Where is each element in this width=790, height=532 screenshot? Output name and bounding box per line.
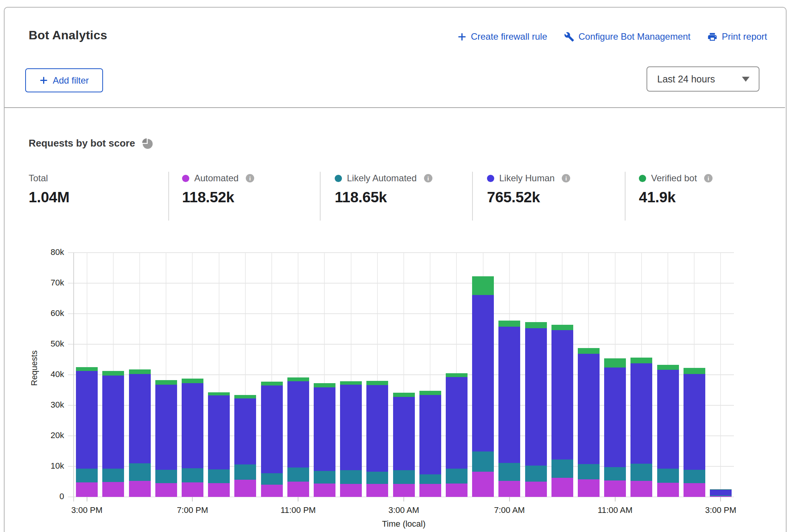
h-gridline <box>68 344 734 345</box>
info-icon[interactable]: i <box>704 174 713 182</box>
section-heading: Requests by bot score <box>29 137 153 149</box>
bar-segment-likely-automated <box>525 466 547 482</box>
info-icon[interactable]: i <box>562 174 570 182</box>
bar-segment-automated <box>366 484 388 497</box>
y-axis-line <box>73 253 74 501</box>
bar-segment-automated <box>102 482 124 497</box>
bar-segment-likely-automated <box>604 467 626 480</box>
x-tick <box>192 497 193 501</box>
y-tick-label: 50k <box>37 339 64 349</box>
bar-segment-likely-human <box>182 383 203 468</box>
bar-segment-automated <box>684 483 705 497</box>
bar-segment-automated <box>155 483 177 497</box>
h-gridline <box>68 252 734 253</box>
bar-segment-automated <box>340 484 362 497</box>
bar-segment-likely-human <box>102 376 124 469</box>
y-tick-label: 40k <box>37 369 64 379</box>
y-tick-label: 0 <box>37 492 64 501</box>
bar-segment-automated <box>314 484 335 497</box>
bar-segment-likely-automated <box>129 463 151 481</box>
stat-value: 1.04M <box>29 189 69 206</box>
stat-label: Total <box>29 173 48 184</box>
time-range-selected: Last 24 hours <box>657 74 715 85</box>
bar-segment-verified-bot <box>261 382 283 385</box>
bar-segment-verified-bot <box>525 322 547 328</box>
stat-divider <box>472 172 473 221</box>
bar-segment-verified-bot <box>657 365 679 370</box>
wrench-icon <box>564 32 574 42</box>
plus-icon <box>457 32 467 42</box>
stat-likely-automated: Likely Automatedi118.65k <box>335 172 432 206</box>
bar-segment-verified-bot <box>604 358 626 368</box>
time-range-select[interactable]: Last 24 hours <box>647 66 759 92</box>
legend-dot <box>487 175 494 182</box>
x-tick <box>87 497 87 501</box>
bar-segment-likely-automated <box>208 469 230 483</box>
bar-segment-likely-human <box>684 374 705 470</box>
h-gridline <box>68 283 734 284</box>
legend-dot <box>335 175 342 182</box>
stat-value: 118.65k <box>335 189 432 206</box>
bar-segment-verified-bot <box>155 380 177 385</box>
bar-segment-verified-bot <box>710 489 732 490</box>
bar-segment-likely-human <box>446 377 468 469</box>
bar-segment-verified-bot <box>102 371 124 375</box>
bar-segment-likely-human <box>393 397 415 470</box>
legend-dot <box>182 175 189 182</box>
bar-segment-likely-human <box>472 295 494 451</box>
y-tick-label: 30k <box>37 400 64 410</box>
bar-segment-likely-human <box>604 368 626 467</box>
bar-segment-verified-bot <box>234 395 256 398</box>
legend-dot <box>639 175 646 182</box>
print-report-link[interactable]: Print report <box>707 31 767 42</box>
bar-segment-likely-human <box>129 374 151 463</box>
bar-segment-verified-bot <box>314 383 335 387</box>
bar-segment-verified-bot <box>287 377 309 381</box>
bar-segment-verified-bot <box>208 392 230 396</box>
bar-segment-automated <box>578 479 600 497</box>
bar-segment-automated <box>419 484 441 497</box>
x-tick <box>615 497 616 501</box>
page-title: Bot Analytics <box>29 28 107 42</box>
configure-bot-management-link[interactable]: Configure Bot Management <box>564 31 691 42</box>
stat-value: 765.52k <box>487 189 570 206</box>
bar-segment-automated <box>446 484 468 497</box>
bar-segment-likely-automated <box>472 451 494 472</box>
bar-segment-likely-automated <box>366 472 388 484</box>
info-icon[interactable]: i <box>424 174 432 182</box>
stat-divider <box>625 172 626 221</box>
bar-segment-verified-bot <box>551 325 573 330</box>
bar-segment-automated <box>630 481 652 497</box>
bar-segment-verified-bot <box>393 393 415 397</box>
bar-segment-likely-human <box>261 385 283 473</box>
bar-segment-automated <box>551 478 573 497</box>
bar-segment-likely-automated <box>340 470 362 484</box>
bar-segment-likely-human <box>551 330 573 459</box>
bar-segment-automated <box>261 485 283 497</box>
stat-divider <box>168 172 169 221</box>
bar-segment-verified-bot <box>76 367 98 371</box>
y-axis-title: Requests <box>29 363 39 386</box>
info-icon[interactable]: i <box>246 174 254 182</box>
bar-segment-automated <box>525 482 547 497</box>
bar-segment-automated <box>393 484 415 497</box>
y-tick-label: 70k <box>37 278 64 288</box>
bar-segment-likely-human <box>657 370 679 469</box>
bar-segment-automated <box>182 482 203 497</box>
bar-segment-verified-bot <box>578 348 600 354</box>
add-filter-button[interactable]: Add filter <box>25 68 103 92</box>
bar-segment-likely-human <box>314 387 335 471</box>
bar-segment-likely-automated <box>684 470 705 483</box>
bar-segment-likely-human <box>366 385 388 471</box>
stat-automated: Automatedi118.52k <box>182 172 254 206</box>
bar-segment-likely-automated <box>446 469 468 483</box>
bar-segment-automated <box>76 482 98 497</box>
bar-segment-verified-bot <box>129 369 151 374</box>
bar-segment-likely-automated <box>710 495 732 496</box>
header-actions: Create firewall rule Configure Bot Manag… <box>457 31 767 42</box>
create-firewall-rule-link[interactable]: Create firewall rule <box>457 31 547 42</box>
bar-segment-verified-bot <box>684 368 705 374</box>
x-tick-label: 3:00 AM <box>373 505 434 515</box>
bar-segment-likely-human <box>525 328 547 466</box>
bar-segment-automated <box>604 480 626 497</box>
